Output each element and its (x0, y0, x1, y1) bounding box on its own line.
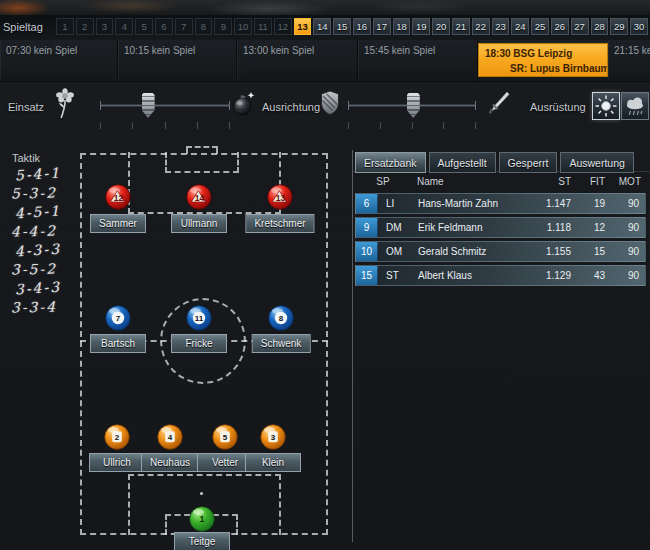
weather-rain-button[interactable] (621, 92, 649, 120)
matchday-day-24[interactable]: 24 (511, 18, 529, 35)
bench-row-15[interactable]: 15STAlbert Klaus1.1294390 (355, 265, 646, 286)
sword-icon (487, 90, 511, 120)
player-name-teitge[interactable]: Teitge (174, 532, 230, 550)
matchday-day-22[interactable]: 22 (472, 18, 490, 35)
player-name-fricke[interactable]: Fricke (171, 334, 227, 353)
schedule-slot-1015: 10:15 kein Spiel (118, 40, 237, 81)
player-ball-klein[interactable]: 3 (260, 424, 286, 450)
einsatz-slider-handle[interactable] (142, 93, 155, 118)
bench-row-10[interactable]: 10OMGerald Schmitz1.1551590 (355, 241, 646, 262)
formation-4-5-1[interactable]: 4-5-1 (6, 204, 71, 221)
cell-fitness: 43 (577, 270, 611, 281)
matchday-day-25[interactable]: 25 (531, 18, 549, 35)
schedule-slot-1830[interactable]: 18:30 BSG LeipzigSR: Lupus Birnbaum (478, 43, 608, 77)
cell-shirt-number: 15 (356, 266, 378, 285)
matchday-day-17[interactable]: 17 (373, 18, 391, 35)
matchday-day-8[interactable]: 8 (195, 18, 213, 35)
einsatz-slider-track[interactable] (100, 104, 230, 107)
matchday-day-23[interactable]: 23 (492, 18, 510, 35)
matchday-day-4[interactable]: 4 (115, 18, 133, 35)
svg-text:4: 4 (168, 433, 173, 442)
player-name-bartsch[interactable]: Bartsch (90, 334, 146, 353)
player-name-ullmann[interactable]: Ullmann (171, 214, 227, 233)
cell-shirt-number: 9 (356, 218, 378, 237)
formation-3-3-4[interactable]: 3-3-4 (2, 301, 66, 315)
stadium-photo-strip (0, 0, 650, 15)
player-name-sammer[interactable]: Sammer (90, 214, 146, 233)
player-ball-teitge[interactable]: 1 (189, 506, 215, 532)
player-ball-ullrich[interactable]: 2 (104, 424, 130, 450)
svg-text:12: 12 (114, 193, 124, 203)
panel-divider (352, 150, 353, 542)
player-ball-neuhaus[interactable]: 4 (157, 424, 183, 450)
cell-motivation: 90 (611, 246, 645, 257)
cell-position: LI (378, 198, 412, 209)
matchday-day-28[interactable]: 28 (591, 18, 609, 35)
player-ball-schwenk[interactable]: 8 (268, 305, 294, 331)
matchday-day-3[interactable]: 3 (96, 18, 114, 35)
schedule-slot-text: 21:15 kein (614, 45, 650, 56)
tab-ersatzbank[interactable]: Ersatzbank (355, 152, 426, 173)
player-ball-ullmann[interactable]: 14 (186, 184, 212, 210)
matchday-day-30[interactable]: 30 (630, 18, 648, 35)
tab-auswertung[interactable]: Auswertung (560, 152, 633, 173)
matchday-day-19[interactable]: 19 (412, 18, 430, 35)
player-name-kretschmer[interactable]: Kretschmer (245, 214, 314, 233)
matchday-day-5[interactable]: 5 (135, 18, 153, 35)
player-ball-fricke[interactable]: 11 (186, 305, 212, 331)
matchday-day-1[interactable]: 1 (56, 18, 74, 35)
formation-4-4-2[interactable]: 4-4-2 (2, 225, 66, 239)
matchday-day-12[interactable]: 12 (274, 18, 292, 35)
matchday-day-20[interactable]: 20 (432, 18, 450, 35)
matchday-day-27[interactable]: 27 (571, 18, 589, 35)
player-ball-sammer[interactable]: 12 (105, 184, 131, 210)
formation-3-4-3[interactable]: 3-4-3 (6, 280, 71, 297)
bench-row-9[interactable]: 9DMErik Feldmann1.1181290 (355, 217, 646, 238)
matchday-day-7[interactable]: 7 (175, 18, 193, 35)
ausrichtung-slider-ticks (348, 122, 476, 129)
weather-sun-button[interactable] (592, 92, 620, 120)
matchday-day-26[interactable]: 26 (551, 18, 569, 35)
squad-table-rows: 6LIHans-Martin Zahn1.14719909DMErik Feld… (355, 193, 646, 286)
cell-strength: 1.129 (507, 270, 577, 281)
formation-3-5-2[interactable]: 3-5-2 (2, 263, 66, 277)
formation-5-4-1[interactable]: 5-4-1 (6, 166, 71, 183)
squad-table-header: SPNameSTFITMOT (355, 176, 646, 187)
player-name-klein[interactable]: Klein (245, 453, 301, 472)
matchday-day-13[interactable]: 13 (294, 18, 312, 35)
column-header-st: ST (506, 176, 576, 187)
svg-text:8: 8 (279, 314, 284, 323)
player-ball-kretschmer[interactable]: 13 (267, 184, 293, 210)
svg-text:3: 3 (271, 433, 276, 442)
cell-position: OM (378, 246, 412, 257)
matchday-day-14[interactable]: 14 (313, 18, 331, 35)
formation-5-3-2[interactable]: 5-3-2 (2, 187, 66, 201)
tab-gesperrt[interactable]: Gesperrt (499, 152, 558, 173)
cell-fitness: 12 (577, 222, 611, 233)
matchday-day-29[interactable]: 29 (610, 18, 628, 35)
matchday-day-2[interactable]: 2 (76, 18, 94, 35)
matchday-day-18[interactable]: 18 (393, 18, 411, 35)
matchday-day-21[interactable]: 21 (452, 18, 470, 35)
matchday-list: 1234567891011121314151617181920212223242… (56, 18, 648, 35)
matchday-day-9[interactable]: 9 (214, 18, 232, 35)
player-name-neuhaus[interactable]: Neuhaus (141, 453, 199, 472)
cell-shirt-number: 10 (356, 242, 378, 261)
match-preparation-screen: Spieltag 1234567891011121314151617181920… (0, 0, 650, 550)
column-header-fit: FIT (576, 176, 610, 187)
player-name-schwenk[interactable]: Schwenk (252, 334, 311, 353)
matchday-day-11[interactable]: 11 (254, 18, 272, 35)
schedule-slot-0730: 07:30 kein Spiel (0, 40, 118, 81)
controls-bar: Einsatz (0, 85, 650, 130)
formation-4-3-3[interactable]: 4-3-3 (6, 242, 71, 259)
matchday-day-10[interactable]: 10 (234, 18, 252, 35)
tab-aufgestellt[interactable]: Aufgestellt (429, 152, 496, 173)
matchday-day-15[interactable]: 15 (333, 18, 351, 35)
player-ball-vetter[interactable]: 5 (212, 424, 238, 450)
matchday-day-16[interactable]: 16 (353, 18, 371, 35)
ausrichtung-slider-handle[interactable] (407, 93, 420, 118)
bench-row-6[interactable]: 6LIHans-Martin Zahn1.1471990 (355, 193, 646, 214)
matchday-day-6[interactable]: 6 (155, 18, 173, 35)
player-name-ullrich[interactable]: Ullrich (89, 453, 145, 472)
player-ball-bartsch[interactable]: 7 (105, 305, 131, 331)
